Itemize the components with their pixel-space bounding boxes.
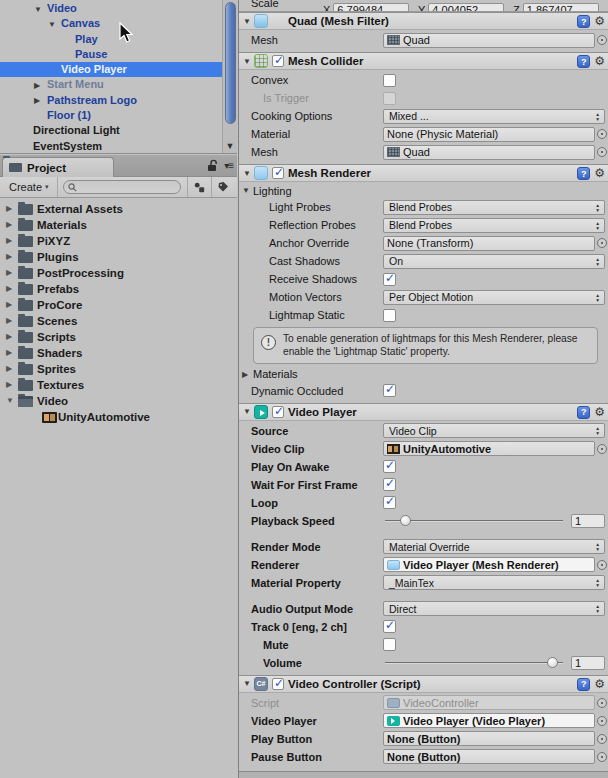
object-field-mesh[interactable]: Quad	[383, 33, 595, 48]
dropdown-cast-shadows[interactable]: On▴▾	[383, 254, 605, 269]
foldout-closed-icon[interactable]: ▶	[34, 78, 40, 93]
scale-y-input[interactable]: 4.004052	[428, 3, 504, 12]
tab-project[interactable]: Project	[2, 157, 114, 177]
scrollbar-thumb[interactable]	[225, 2, 236, 124]
foldout-closed-icon[interactable]: ▶	[6, 265, 12, 281]
checkbox-lightmap-static[interactable]	[383, 309, 396, 322]
object-picker-icon[interactable]	[597, 147, 607, 157]
hierarchy-item-video-player[interactable]: Video Player	[0, 62, 222, 77]
foldout-closed-icon[interactable]: ▶	[6, 217, 12, 233]
checkbox-play-on-awake[interactable]	[383, 460, 396, 473]
object-field-script[interactable]: VideoController	[383, 695, 595, 710]
object-field-material[interactable]: None (Physic Material)	[383, 127, 595, 142]
lock-open-icon[interactable]	[207, 159, 218, 172]
scale-z-input[interactable]: 1.867407	[523, 3, 599, 12]
checkbox-convex[interactable]	[383, 74, 396, 87]
project-item-unityautomotive[interactable]: UnityAutomotive	[0, 409, 237, 425]
object-picker-icon[interactable]	[597, 698, 607, 708]
object-picker-icon[interactable]	[597, 734, 607, 744]
hierarchy-item-pause[interactable]: Pause	[0, 47, 222, 62]
object-field-mesh[interactable]: Quad	[383, 145, 595, 160]
slider-track-volume[interactable]	[385, 662, 563, 664]
search-by-label-button[interactable]	[211, 177, 235, 197]
dropdown-motion-vectors[interactable]: Per Object Motion▴▾	[383, 290, 605, 305]
foldout-open-icon[interactable]: ▼	[243, 17, 254, 26]
help-icon[interactable]: ?	[577, 55, 590, 68]
project-item-pixyz[interactable]: ▶PiXYZ	[0, 233, 237, 249]
create-button[interactable]: Create▾	[0, 177, 58, 197]
project-item-plugins[interactable]: ▶Plugins	[0, 249, 237, 265]
help-icon[interactable]: ?	[577, 167, 590, 180]
component-header-mesh-renderer[interactable]: ▼Mesh Renderer?⚙	[239, 164, 608, 182]
foldout-lighting[interactable]: ▼Lighting	[239, 183, 608, 198]
component-header-quad-mesh-filter[interactable]: ▼Quad (Mesh Filter)?⚙	[239, 12, 608, 30]
project-item-postprocessing[interactable]: ▶PostProcessing	[0, 265, 237, 281]
foldout-open-icon[interactable]: ▼	[34, 2, 42, 17]
foldout-closed-icon[interactable]: ▶	[6, 329, 12, 345]
checkbox-track-0-eng-2-ch[interactable]	[383, 620, 396, 633]
object-field-video-clip[interactable]: UnityAutomotive	[383, 441, 595, 456]
hierarchy-scrollbar[interactable]: ▼	[222, 0, 237, 154]
hierarchy-item-video[interactable]: ▼Video	[0, 1, 222, 16]
foldout-open-icon[interactable]: ▼	[243, 407, 254, 416]
foldout-closed-icon[interactable]: ▶	[6, 249, 12, 265]
project-item-external-assets[interactable]: ▶External Assets	[0, 201, 237, 217]
object-picker-icon[interactable]	[597, 752, 607, 762]
foldout-closed-icon[interactable]: ▶	[6, 297, 12, 313]
project-item-video[interactable]: ▼Video	[0, 393, 237, 409]
foldout-open-icon[interactable]: ▼	[48, 17, 56, 32]
project-item-materials[interactable]: ▶Materials	[0, 217, 237, 233]
dropdown-light-probes[interactable]: Blend Probes▴▾	[383, 200, 605, 215]
hierarchy-item-floor-1[interactable]: Floor (1)	[0, 108, 222, 123]
checkbox-dynamic-occluded[interactable]	[383, 384, 396, 397]
project-item-textures[interactable]: ▶Textures	[0, 377, 237, 393]
object-field-renderer[interactable]: Video Player (Mesh Renderer)	[383, 557, 595, 572]
object-picker-icon[interactable]	[597, 716, 607, 726]
project-item-prefabs[interactable]: ▶Prefabs	[0, 281, 237, 297]
slider-track-playback-speed[interactable]	[385, 520, 563, 522]
component-enabled-checkbox[interactable]	[272, 167, 284, 179]
object-picker-icon[interactable]	[597, 35, 607, 45]
checkbox-receive-shadows[interactable]	[383, 273, 396, 286]
dropdown-source[interactable]: Video Clip▴▾	[383, 423, 605, 438]
panel-menu-icon[interactable]: ▾≡	[224, 160, 233, 171]
foldout-closed-icon[interactable]: ▶	[6, 345, 12, 361]
slider-thumb[interactable]	[400, 515, 411, 526]
gear-icon[interactable]: ⚙	[594, 167, 605, 180]
foldout-materials[interactable]: ▶Materials	[239, 367, 608, 382]
slider-value-input[interactable]: 1	[571, 514, 605, 528]
hierarchy-item-play[interactable]: Play	[0, 32, 222, 47]
project-item-scripts[interactable]: ▶Scripts	[0, 329, 237, 345]
project-item-scenes[interactable]: ▶Scenes	[0, 313, 237, 329]
foldout-closed-icon[interactable]: ▶	[6, 377, 12, 393]
project-item-procore[interactable]: ▶ProCore	[0, 297, 237, 313]
search-input[interactable]	[80, 182, 170, 193]
component-enabled-checkbox[interactable]	[272, 678, 284, 690]
foldout-closed-icon[interactable]: ▶	[6, 281, 12, 297]
foldout-closed-icon[interactable]: ▶	[6, 233, 12, 249]
scale-x-input[interactable]: 6.799484	[333, 3, 409, 12]
gear-icon[interactable]: ⚙	[594, 678, 605, 691]
foldout-closed-icon[interactable]: ▶	[34, 93, 40, 108]
dropdown-material-property[interactable]: _MainTex▴▾	[383, 575, 605, 590]
checkbox-mute[interactable]	[383, 638, 396, 651]
foldout-open-icon[interactable]: ▼	[242, 186, 250, 195]
hierarchy-item-directional-light[interactable]: Directional Light	[0, 123, 222, 138]
object-field-anchor-override[interactable]: None (Transform)	[383, 236, 595, 251]
foldout-closed-icon[interactable]: ▶	[6, 361, 12, 377]
checkbox-loop[interactable]	[383, 496, 396, 509]
search-by-type-button[interactable]	[187, 177, 211, 197]
foldout-open-icon[interactable]: ▼	[243, 57, 254, 66]
hierarchy-item-canvas[interactable]: ▼Canvas	[0, 16, 222, 31]
project-item-shaders[interactable]: ▶Shaders	[0, 345, 237, 361]
gear-icon[interactable]: ⚙	[594, 406, 605, 419]
object-field-play-button[interactable]: None (Button)	[383, 731, 595, 746]
foldout-closed-icon[interactable]: ▶	[6, 201, 12, 217]
scrollbar-down-button[interactable]: ▼	[223, 141, 237, 151]
checkbox-wait-for-first-frame[interactable]	[383, 478, 396, 491]
object-field-video-player[interactable]: Video Player (Video Player)	[383, 713, 595, 728]
component-enabled-checkbox[interactable]	[272, 55, 284, 67]
help-icon[interactable]: ?	[577, 15, 590, 28]
object-picker-icon[interactable]	[597, 560, 607, 570]
search-field[interactable]	[63, 180, 181, 194]
